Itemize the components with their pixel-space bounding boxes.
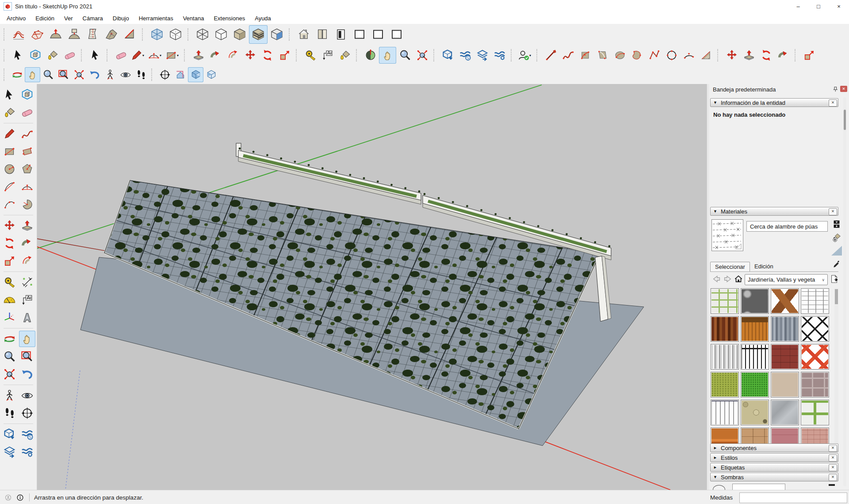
tool-two-point-arc[interactable] xyxy=(19,179,35,195)
tool-zoom[interactable] xyxy=(1,348,18,365)
material-swatch-grass-olive[interactable] xyxy=(711,372,739,397)
close-section-icon[interactable]: ✕ xyxy=(829,464,837,471)
tool-smoove[interactable] xyxy=(46,25,65,44)
tool-component-sync[interactable] xyxy=(439,47,456,64)
tool-position-camera[interactable] xyxy=(1,387,18,404)
geolocate-icon[interactable] xyxy=(4,494,12,501)
tool-tape-measure[interactable] xyxy=(1,274,18,290)
dropdown-arrow-icon[interactable]: ▾ xyxy=(142,53,146,57)
toolbar-grip[interactable] xyxy=(795,49,799,61)
tool-rotate[interactable] xyxy=(259,47,276,64)
tool-xray-style[interactable] xyxy=(148,25,166,44)
tool-monochrome-style[interactable] xyxy=(268,25,286,44)
tool-push-pull[interactable] xyxy=(740,47,757,64)
tool-layers-export[interactable] xyxy=(1,444,18,460)
tool-zoom-window[interactable] xyxy=(56,67,71,82)
material-swatch-brick-red[interactable] xyxy=(771,344,799,370)
tool-arc[interactable]: ▾ xyxy=(147,47,164,64)
tool-scale[interactable] xyxy=(1,253,18,269)
tool-paint-bucket[interactable] xyxy=(44,47,61,64)
dropdown-arrow-icon[interactable]: ▾ xyxy=(160,53,163,57)
material-swatch-safety-mesh-orange[interactable] xyxy=(801,344,829,370)
tool-move[interactable] xyxy=(723,47,740,64)
tool-zoom[interactable] xyxy=(40,67,56,82)
tool-orbit[interactable] xyxy=(9,67,25,82)
toolbar-grip[interactable] xyxy=(4,49,8,61)
dropdown-arrow-icon[interactable]: ▾ xyxy=(529,53,533,57)
toolbar-grip[interactable] xyxy=(81,49,85,61)
tool-top-view[interactable] xyxy=(313,25,332,44)
tool-look-around[interactable] xyxy=(19,387,35,404)
tool-pan[interactable] xyxy=(379,47,396,64)
menu-ventana[interactable]: Ventana xyxy=(178,13,209,23)
tool-right-view[interactable] xyxy=(350,25,369,44)
expand-triangle-icon[interactable]: ▼ xyxy=(713,475,718,479)
tool-push-pull[interactable] xyxy=(19,218,35,234)
tool-zoom-extents[interactable] xyxy=(1,366,18,382)
material-swatch-picket-fence[interactable] xyxy=(711,344,739,370)
toolbar-grip[interactable] xyxy=(142,28,146,41)
tool-eraser[interactable] xyxy=(61,47,78,64)
material-swatch-wood-fence-lattice[interactable] xyxy=(741,316,769,342)
tool-axes[interactable] xyxy=(1,309,18,326)
material-swatch-barbed-wire[interactable] xyxy=(801,288,829,314)
material-swatch-grass-green[interactable] xyxy=(741,372,769,397)
minimize-button[interactable]: – xyxy=(788,0,808,12)
dropdown-arrow-icon[interactable]: ▾ xyxy=(177,53,180,57)
tool-component-sync[interactable] xyxy=(1,426,18,443)
tool-section-view[interactable] xyxy=(172,67,188,82)
tool-line[interactable]: ▾ xyxy=(130,47,147,64)
close-button[interactable]: × xyxy=(829,0,849,12)
expand-triangle-icon[interactable]: ► xyxy=(713,446,718,450)
tool-tape-measure[interactable] xyxy=(302,47,319,64)
tool-left-view[interactable] xyxy=(387,25,406,44)
close-section-icon[interactable]: ✕ xyxy=(829,474,837,481)
toolbar-grip[interactable] xyxy=(511,49,515,61)
tool-style-sync[interactable] xyxy=(19,426,35,443)
expand-triangle-icon[interactable]: ► xyxy=(713,455,718,460)
toolbar-grip[interactable] xyxy=(433,49,437,61)
tool-line[interactable] xyxy=(1,126,18,142)
tool-follow-me[interactable] xyxy=(207,47,224,64)
toolbar-grip[interactable] xyxy=(296,49,300,61)
material-swatch-railing-white[interactable] xyxy=(711,400,739,425)
tool-follow-me[interactable] xyxy=(19,235,35,252)
toolbar-grip[interactable] xyxy=(151,69,155,81)
tool-polyline-3d[interactable] xyxy=(646,47,663,64)
tool-eraser[interactable] xyxy=(112,47,130,64)
section-header-tags[interactable]: ► Etiquetas ✕ xyxy=(710,463,838,472)
close-section-icon[interactable]: ✕ xyxy=(829,445,837,452)
tool-walk[interactable] xyxy=(133,67,149,82)
tool-shaded-style[interactable] xyxy=(230,25,249,44)
tool-zoom-extents[interactable] xyxy=(71,67,87,82)
menu-ayuda[interactable]: Ayuda xyxy=(250,13,276,23)
close-section-icon[interactable]: ✕ xyxy=(829,99,837,107)
material-swatch-brick-pink[interactable] xyxy=(801,428,829,443)
toolbar-grip[interactable] xyxy=(4,28,8,41)
secondary-pane-icon[interactable] xyxy=(832,219,841,229)
material-swatch-pavers-pink[interactable] xyxy=(771,428,799,443)
menu-archivo[interactable]: Archivo xyxy=(2,13,31,23)
tool-text[interactable] xyxy=(319,47,336,64)
tool-pie[interactable] xyxy=(19,196,35,213)
toolbar-grip[interactable] xyxy=(536,49,540,61)
tool-style-sync[interactable] xyxy=(456,47,474,64)
tool-push-pull[interactable] xyxy=(190,47,207,64)
info-icon[interactable] xyxy=(16,494,24,501)
tool-select[interactable] xyxy=(1,87,18,103)
toolbar-grip[interactable] xyxy=(107,49,111,61)
expand-triangle-icon[interactable]: ► xyxy=(713,465,718,470)
section-header-materials[interactable]: ▼ Materiales ✕ xyxy=(710,207,838,216)
material-swatch-pavers-mauve[interactable] xyxy=(801,372,829,397)
tool-hidden-line-style[interactable] xyxy=(212,25,230,44)
tool-bezier-pencil[interactable] xyxy=(542,47,559,64)
tool-user-account[interactable]: ▾ xyxy=(516,47,534,64)
expand-triangle-icon[interactable]: ▼ xyxy=(713,100,718,105)
tool-text[interactable] xyxy=(19,292,35,308)
tool-bezier-circle[interactable] xyxy=(663,47,680,64)
tool-freehand-spline[interactable] xyxy=(559,47,577,64)
measurements-input[interactable] xyxy=(739,493,847,503)
tool-rectangle[interactable] xyxy=(1,143,18,160)
tool-terrain-from-contours[interactable] xyxy=(9,25,28,44)
expand-triangle-icon[interactable]: ▼ xyxy=(713,209,718,214)
